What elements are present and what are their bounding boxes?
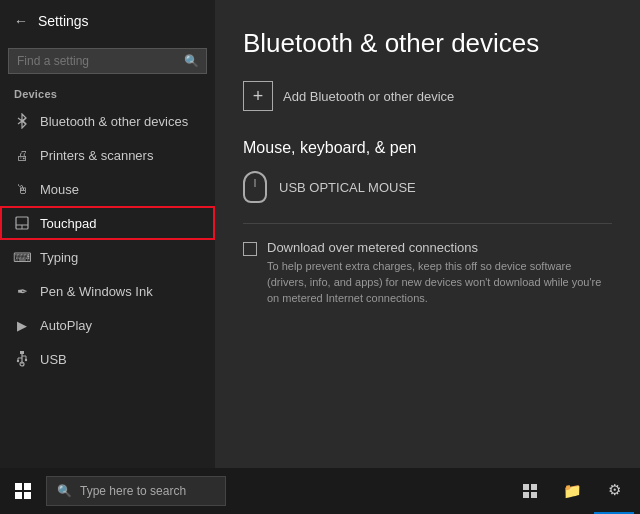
sidebar: ← Settings 🔍 Devices Bluetooth & other d… — [0, 0, 215, 468]
metered-connection-label: Download over metered connections — [267, 240, 612, 255]
metered-connection-checkbox[interactable] — [243, 242, 257, 256]
add-icon: + — [243, 81, 273, 111]
mouse-device-icon — [243, 171, 267, 203]
add-device-label: Add Bluetooth or other device — [283, 89, 454, 104]
taskbar-search-icon: 🔍 — [57, 484, 72, 498]
sidebar-item-bluetooth-label: Bluetooth & other devices — [40, 114, 188, 129]
printer-icon: 🖨 — [14, 147, 30, 163]
devices-section-label: Devices — [0, 84, 215, 104]
svg-point-12 — [25, 359, 27, 361]
mouse-icon: 🖱 — [14, 181, 30, 197]
sidebar-item-typing-label: Typing — [40, 250, 78, 265]
svg-rect-5 — [20, 351, 24, 354]
sidebar-item-usb-label: USB — [40, 352, 67, 367]
taskbar-icons: 📁 ⚙ — [510, 468, 640, 514]
taskbar-search[interactable]: 🔍 Type here to search — [46, 476, 226, 506]
sidebar-item-pen[interactable]: ✒ Pen & Windows Ink — [0, 274, 215, 308]
sidebar-header: ← Settings — [0, 0, 215, 42]
svg-point-9 — [17, 360, 19, 362]
search-input[interactable] — [8, 48, 207, 74]
section-divider — [243, 223, 612, 224]
add-device-button[interactable]: + Add Bluetooth or other device — [243, 81, 612, 111]
touchpad-icon — [14, 215, 30, 231]
sidebar-title: Settings — [38, 13, 89, 29]
sidebar-search-container: 🔍 — [8, 48, 207, 74]
typing-icon: ⌨ — [14, 249, 30, 265]
sidebar-item-touchpad[interactable]: Touchpad — [0, 206, 215, 240]
start-button[interactable] — [0, 468, 46, 514]
sidebar-item-mouse[interactable]: 🖱 Mouse — [0, 172, 215, 206]
back-button[interactable]: ← — [14, 13, 28, 29]
sidebar-item-mouse-label: Mouse — [40, 182, 79, 197]
sidebar-item-usb[interactable]: USB — [0, 342, 215, 376]
search-icon: 🔍 — [184, 54, 199, 68]
sidebar-item-typing[interactable]: ⌨ Typing — [0, 240, 215, 274]
bluetooth-icon — [14, 113, 30, 129]
mouse-keyboard-section-heading: Mouse, keyboard, & pen — [243, 139, 612, 157]
taskbar-search-placeholder: Type here to search — [80, 484, 186, 498]
sidebar-item-printers[interactable]: 🖨 Printers & scanners — [0, 138, 215, 172]
sidebar-item-bluetooth[interactable]: Bluetooth & other devices — [0, 104, 215, 138]
page-title: Bluetooth & other devices — [243, 28, 612, 59]
metered-connection-row: Download over metered connections To hel… — [243, 240, 612, 307]
sidebar-item-pen-label: Pen & Windows Ink — [40, 284, 153, 299]
file-explorer-icon: 📁 — [563, 482, 582, 500]
sidebar-item-autoplay-label: AutoPlay — [40, 318, 92, 333]
pen-icon: ✒ — [14, 283, 30, 299]
taskbar: 🔍 Type here to search 📁 ⚙ — [0, 468, 640, 514]
task-view-icon — [523, 484, 537, 498]
windows-logo-icon — [15, 483, 31, 499]
sidebar-item-touchpad-label: Touchpad — [40, 216, 96, 231]
autoplay-icon: ▶ — [14, 317, 30, 333]
main-content: Bluetooth & other devices + Add Bluetoot… — [215, 0, 640, 468]
sidebar-item-autoplay[interactable]: ▶ AutoPlay — [0, 308, 215, 342]
file-explorer-button[interactable]: 📁 — [552, 468, 592, 514]
mouse-device-name: USB OPTICAL MOUSE — [279, 180, 416, 195]
mouse-device-item: USB OPTICAL MOUSE — [243, 171, 612, 203]
settings-taskbar-button[interactable]: ⚙ — [594, 468, 634, 514]
metered-connection-description: To help prevent extra charges, keep this… — [267, 259, 612, 307]
settings-gear-icon: ⚙ — [608, 481, 621, 499]
sidebar-item-printers-label: Printers & scanners — [40, 148, 153, 163]
usb-icon — [14, 351, 30, 367]
task-view-button[interactable] — [510, 468, 550, 514]
